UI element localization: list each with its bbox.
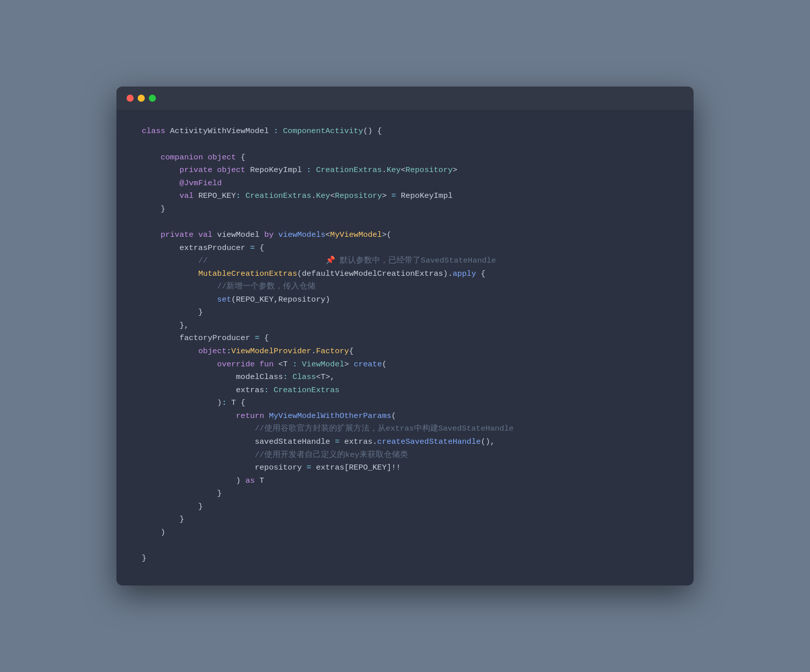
code-line-6: val REPO_KEY: CreationExtras.Key<Reposit… (142, 190, 668, 203)
code-line-24: //使用谷歌官方封装的扩展方法，从extras中构建SavedStateHand… (142, 423, 668, 436)
code-line-28: ) as T (142, 475, 668, 488)
code-line-18: object:ViewModelProvider.Factory{ (142, 345, 668, 358)
code-line-12: MutableCreationExtras(defaultViewModelCr… (142, 268, 668, 281)
code-line-25: savedStateHandle = extras.createSavedSta… (142, 436, 668, 449)
code-line-31: } (142, 513, 668, 526)
code-editor: class ActivityWithViewModel : ComponentA… (116, 110, 694, 585)
code-line-4: private object RepoKeyImpl : CreationExt… (142, 164, 668, 177)
code-line-32: ) (142, 526, 668, 539)
code-line-22: ): T { (142, 397, 668, 410)
code-line-30: } (142, 500, 668, 514)
code-line-19: override fun <T : ViewModel> create( (142, 358, 668, 371)
code-line-26: //使用开发者自己定义的key来获取仓储类 (142, 449, 668, 462)
minimize-button[interactable] (138, 95, 145, 102)
code-line-15: } (142, 306, 668, 319)
code-line-34: } (142, 552, 668, 565)
code-line-27: repository = extras[REPO_KEY]!! (142, 461, 668, 475)
titlebar (116, 87, 694, 110)
code-line-10: extrasProducer = { (142, 242, 668, 255)
code-line-2 (142, 138, 668, 151)
close-button[interactable] (127, 95, 134, 102)
code-line-21: extras: CreationExtras (142, 384, 668, 397)
code-line-11: // 📌 默认参数中，已经带了SavedStateHandle (142, 255, 668, 268)
code-line-7: } (142, 203, 668, 216)
code-line-23: return MyViewModelWithOtherParams( (142, 410, 668, 423)
code-line-9: private val viewModel by viewModels<MyVi… (142, 229, 668, 242)
code-line-3: companion object { (142, 151, 668, 164)
code-line-8 (142, 216, 668, 229)
code-line-13: //新增一个参数，传入仓储 (142, 280, 668, 293)
editor-window: class ActivityWithViewModel : ComponentA… (116, 87, 694, 585)
code-line-1: class ActivityWithViewModel : ComponentA… (142, 125, 668, 138)
code-line-16: }, (142, 319, 668, 332)
code-line-14: set(REPO_KEY,Repository) (142, 293, 668, 307)
code-line-20: modelClass: Class<T>, (142, 371, 668, 384)
code-line-33 (142, 539, 668, 552)
code-line-29: } (142, 487, 668, 500)
code-line-5: @JvmField (142, 177, 668, 190)
maximize-button[interactable] (149, 95, 156, 102)
code-line-17: factoryProducer = { (142, 332, 668, 345)
